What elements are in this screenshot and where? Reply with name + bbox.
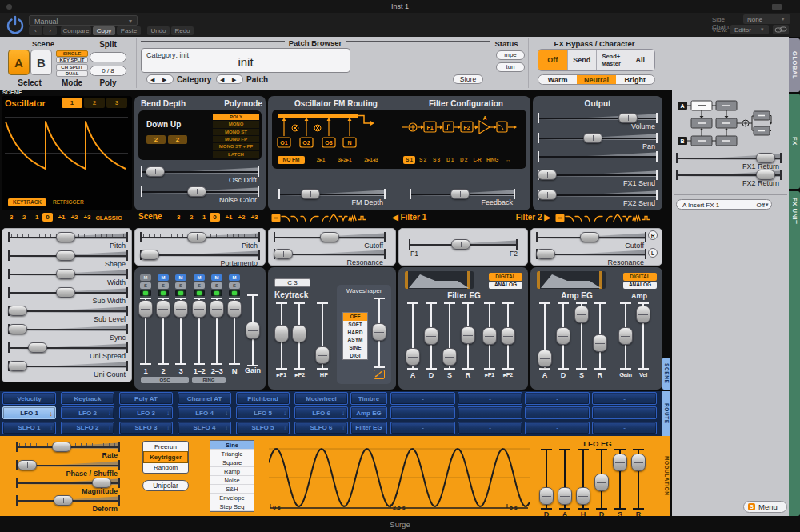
slider-handle[interactable] bbox=[138, 300, 153, 318]
osc-octave-+1[interactable]: +1 bbox=[55, 213, 68, 222]
polymode-mono-fp[interactable]: MONO FP bbox=[213, 136, 259, 142]
osc-type-dropdown[interactable]: CLASSIC▾ bbox=[93, 213, 130, 222]
mod-slot-empty[interactable]: - bbox=[390, 406, 455, 419]
filter-type-off-icon[interactable] bbox=[555, 214, 565, 222]
filter-eg-D-slider[interactable] bbox=[424, 302, 438, 370]
mod-source-keytrack[interactable]: Keytrack bbox=[61, 392, 114, 405]
lfo-eg-R-5-slider[interactable] bbox=[631, 449, 646, 510]
power-icon[interactable] bbox=[5, 14, 26, 35]
polymode-poly[interactable]: POLY bbox=[213, 114, 259, 120]
osc-octave-0[interactable]: 0 bbox=[42, 213, 53, 222]
next-button[interactable]: › bbox=[43, 26, 57, 35]
osc-octave-+3[interactable]: +3 bbox=[81, 213, 94, 222]
mod-source-filter-eg[interactable]: Filter EG bbox=[350, 422, 387, 434]
slider-handle[interactable] bbox=[593, 334, 607, 352]
slider-handle[interactable] bbox=[613, 454, 627, 471]
mod-slot-empty[interactable]: - bbox=[592, 422, 657, 434]
filter-type-lp6-icon[interactable] bbox=[300, 214, 310, 222]
slider-handle[interactable] bbox=[274, 325, 289, 342]
lfo-eg-D-0-slider[interactable] bbox=[539, 449, 554, 510]
slider-handle[interactable] bbox=[210, 300, 224, 318]
mod-source-slfo-6[interactable]: SLFO 6↓ bbox=[294, 422, 348, 434]
bend-value-0[interactable]: 2 bbox=[146, 135, 166, 144]
mixer-mute-4[interactable]: M bbox=[194, 274, 205, 281]
polymode-mono-st-+-fp[interactable]: MONO ST + FP bbox=[213, 143, 259, 150]
mod-slot-empty[interactable]: - bbox=[390, 422, 455, 434]
character-bright[interactable]: Bright bbox=[616, 75, 654, 84]
mixer-channel-5-slider[interactable] bbox=[210, 298, 224, 365]
filter-type-lp24-icon[interactable] bbox=[574, 214, 584, 222]
insert-fx-dropdown[interactable]: A Insert FX 1Off▾ bbox=[676, 199, 772, 210]
osc-octave--1[interactable]: -1 bbox=[30, 213, 42, 222]
mod-source-lfo-5[interactable]: LFO 5↓ bbox=[236, 406, 290, 419]
slider-handle[interactable] bbox=[558, 487, 572, 505]
mixer-mute-5[interactable]: M bbox=[211, 274, 222, 281]
mod-source-lfo-1[interactable]: LFO 1↓ bbox=[2, 406, 56, 419]
mod-source-poly-at[interactable]: Poly AT bbox=[119, 392, 173, 405]
mod-source-slfo-2[interactable]: SLFO 2↓ bbox=[61, 422, 114, 434]
filter-type-s-and-h-icon[interactable] bbox=[358, 214, 367, 222]
patch-browser-box[interactable]: Category: initinit bbox=[141, 48, 350, 73]
shape-s-h[interactable]: S&H bbox=[210, 485, 254, 494]
slider-handle[interactable] bbox=[372, 323, 386, 341]
shape-triangle[interactable]: Triangle bbox=[210, 450, 254, 458]
window-control-right[interactable] bbox=[772, 4, 782, 10]
osc-octave-+2[interactable]: +2 bbox=[68, 213, 81, 222]
mod-source-timbre[interactable]: Timbre bbox=[350, 392, 387, 405]
mixer-channel-1-slider[interactable] bbox=[138, 298, 153, 365]
filter1-label[interactable]: ◀ Filter 1 bbox=[392, 213, 448, 222]
scene-octave-+3[interactable]: +3 bbox=[248, 213, 261, 222]
slider-handle[interactable] bbox=[406, 348, 420, 366]
filter2-left-button[interactable]: L bbox=[648, 248, 658, 258]
undo-button[interactable]: Undo bbox=[147, 26, 170, 35]
polymode-mono[interactable]: MONO bbox=[213, 121, 259, 127]
shape-ramp[interactable]: Ramp bbox=[210, 467, 254, 476]
mixer-mute-1[interactable]: M bbox=[140, 274, 151, 281]
route-side-tab[interactable]: ROUTE bbox=[662, 391, 670, 436]
mode-dual[interactable]: DUAL bbox=[56, 70, 88, 77]
scene-b-button[interactable]: B bbox=[30, 50, 52, 75]
mixer-solo-3[interactable]: S bbox=[175, 282, 186, 289]
slider-handle[interactable] bbox=[539, 487, 554, 505]
fm-route-1[interactable]: 2▸1 bbox=[311, 156, 330, 164]
mixer-channel-3-slider[interactable] bbox=[174, 298, 188, 365]
slider-handle[interactable] bbox=[156, 300, 170, 318]
filterconfig-2[interactable]: S 3 bbox=[430, 156, 442, 164]
mod-slot-empty[interactable]: - bbox=[390, 392, 455, 405]
mixer-gain-slider[interactable] bbox=[246, 294, 260, 366]
bypass-all[interactable]: All bbox=[626, 50, 655, 70]
filter-type-lp24-icon[interactable] bbox=[290, 214, 300, 222]
unipolar-button[interactable]: Unipolar bbox=[142, 480, 189, 491]
filterconfig-3[interactable]: D 1 bbox=[444, 156, 456, 164]
filterconfig-0[interactable]: S 1 bbox=[403, 156, 415, 164]
slider-handle[interactable] bbox=[576, 487, 590, 505]
scene-octave-+2[interactable]: +2 bbox=[235, 213, 248, 222]
mod-source-slfo-5[interactable]: SLFO 5↓ bbox=[236, 422, 290, 434]
mode-single[interactable]: SINGLE bbox=[56, 50, 88, 57]
slider-handle[interactable] bbox=[246, 322, 260, 339]
trigger-freerun[interactable]: Freerun bbox=[143, 442, 188, 451]
slider-handle[interactable] bbox=[501, 327, 515, 345]
waveshaper-curve-icon[interactable] bbox=[374, 370, 385, 379]
mod-slot-empty[interactable]: - bbox=[525, 392, 590, 405]
mod-source-slfo-4[interactable]: SLFO 4↓ bbox=[178, 422, 231, 434]
slider-handle[interactable] bbox=[174, 300, 188, 318]
mod-slot-empty[interactable]: - bbox=[458, 392, 522, 405]
scene-a-button[interactable]: A bbox=[8, 50, 30, 75]
amp-eg-S-slider[interactable] bbox=[574, 302, 589, 370]
osc-tab-3[interactable]: 3 bbox=[106, 98, 127, 108]
filterconfig-1[interactable]: S 2 bbox=[417, 156, 429, 164]
mixer-channel-6-slider[interactable] bbox=[227, 298, 242, 365]
mod-slot-empty[interactable]: - bbox=[458, 422, 522, 434]
shape-envelope[interactable]: Envelope bbox=[210, 494, 254, 502]
slider-handle[interactable] bbox=[461, 326, 475, 344]
waveshaper-digi[interactable]: DIGI bbox=[343, 351, 367, 359]
tab-fx-unit[interactable]: FX UNIT bbox=[789, 191, 800, 516]
lfo-eg-S-4-slider[interactable] bbox=[613, 449, 627, 510]
keytrack-F2-slider[interactable] bbox=[292, 302, 306, 370]
osc-tab-1[interactable]: 1 bbox=[62, 98, 82, 108]
character-neutral[interactable]: Neutral bbox=[577, 75, 615, 84]
filter-eg-digital-button[interactable]: DIGITAL bbox=[489, 273, 522, 281]
amp-eg-extra-1-slider[interactable] bbox=[636, 302, 650, 370]
mod-slot-empty[interactable]: - bbox=[458, 406, 522, 419]
